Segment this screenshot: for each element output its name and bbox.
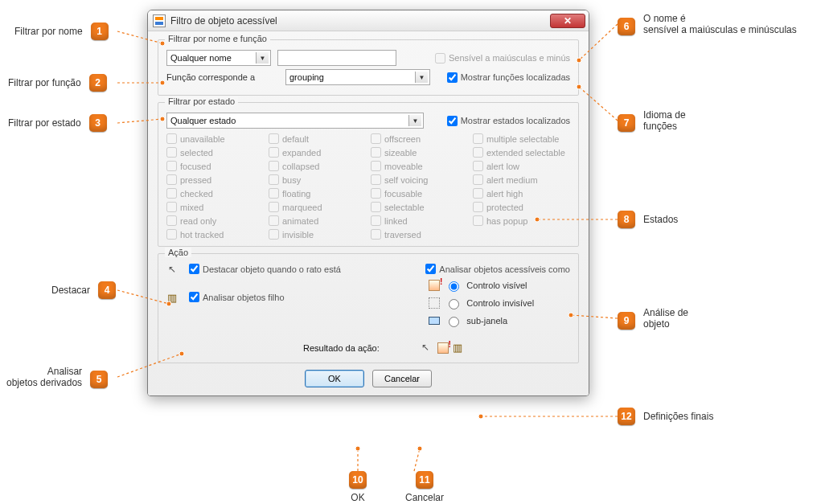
callout-3: Filtrar por estado3 [8,114,107,132]
state-checkbox[interactable]: sizeable [371,147,468,158]
state-label: invisible [282,230,314,240]
dialog: Filtro de objeto acessível ✕ Filtrar por… [147,10,589,396]
cursor-icon [166,264,181,277]
svg-point-11 [417,446,422,451]
state-label: busy [282,175,301,185]
state-label: unavailable [180,134,225,144]
visible-control-icon [429,280,440,291]
state-checkbox[interactable]: pressed [166,174,264,185]
state-checkbox[interactable]: traversed [371,229,468,240]
state-label: checked [180,189,213,199]
state-checkbox[interactable]: collapsed [269,161,366,171]
state-checkbox[interactable]: focused [166,161,264,171]
tree-icon [166,292,181,305]
app-icon [153,14,166,27]
dialog-content: Filtrar por nome e função Qualquer nome … [148,31,589,395]
state-label: read only [180,216,216,226]
cancel-button[interactable]: Cancelar [372,370,432,387]
state-checkbox[interactable]: alert high [473,188,570,199]
state-label: linked [384,216,408,226]
state-checkbox[interactable]: unavailable [166,133,264,144]
state-checkbox[interactable]: selected [166,147,264,158]
state-label: default [282,134,309,144]
state-label: selected [180,148,213,158]
analyze-as-checkbox[interactable]: Analisar objetos acessíveis como [425,264,570,274]
state-checkbox[interactable]: default [269,133,366,144]
state-checkbox[interactable]: alert medium [473,174,570,185]
result-icons [420,342,466,354]
state-checkbox[interactable]: protected [473,202,570,212]
function-dropdown[interactable]: grouping ▼ [285,69,430,85]
radio-sub-window[interactable]: sub-janela [429,314,570,327]
callout-1: Filtrar por nome1 [14,23,109,40]
show-localized-functions-checkbox[interactable]: Mostrar funções localizadas [447,72,570,83]
state-label: hot tracked [180,230,224,240]
state-checkbox[interactable]: multiple selectable [473,133,570,144]
callout-5: Analisar objetos derivados 5 [6,366,108,388]
chevron-down-icon: ▼ [256,52,269,64]
state-checkbox[interactable]: floating [269,188,366,199]
case-sensitive-label: Sensível a maiúsculas e minús [449,53,570,63]
state-label: alert medium [486,175,538,185]
state-checkbox[interactable]: expanded [269,147,366,158]
invisible-control-icon [429,297,440,309]
state-checkbox[interactable]: selectable [371,202,468,212]
state-label: selectable [384,203,425,212]
state-checkbox[interactable]: animated [269,215,366,226]
result-label: Resultado da ação: [303,343,380,353]
analyze-children-label: Analisar objetos filho [203,293,285,302]
dialog-title: Filtro de objeto acessível [170,15,550,27]
state-checkbox[interactable]: alert low [473,161,570,171]
name-input[interactable] [277,50,396,66]
state-label: marqueed [282,203,322,212]
group-action: Ação Destacar objeto quando o rato está … [158,253,579,363]
name-mode-dropdown[interactable]: Qualquer nome ▼ [166,50,271,66]
state-label: focusable [384,189,422,199]
state-checkbox[interactable]: marqueed [269,202,366,212]
radio-invisible-control[interactable]: Controlo invisível [429,297,570,309]
ok-button[interactable]: OK [305,370,364,387]
state-checkbox[interactable]: moveable [371,161,468,171]
case-sensitive-checkbox[interactable]: Sensível a maiúsculas e minús [435,53,570,64]
state-label: collapsed [282,162,319,171]
show-localized-states-checkbox[interactable]: Mostrar estados localizados [447,116,570,126]
cursor-icon [420,342,434,354]
state-checkbox[interactable]: extended selectable [473,147,570,158]
state-checkbox[interactable]: focusable [371,188,468,199]
svg-point-9 [478,414,483,419]
state-checkbox[interactable]: mixed [166,202,264,212]
state-checkbox[interactable]: busy [269,174,366,185]
callout-11: 11Cancelar [405,471,444,503]
close-button[interactable]: ✕ [550,14,585,28]
state-checkbox[interactable]: linked [371,215,468,226]
states-grid: unavailabledefaultoffscreenmultiple sele… [166,133,570,240]
state-checkbox[interactable]: invisible [269,229,366,240]
highlight-label: Destacar objeto quando o rato está [203,264,341,274]
state-checkbox[interactable]: read only [166,215,264,226]
analyze-as-label: Analisar objetos acessíveis como [439,264,570,274]
titlebar: Filtro de objeto acessível ✕ [148,10,589,31]
show-localized-states-label: Mostrar estados localizados [461,116,570,125]
state-label: animated [282,216,318,226]
group-state: Filtrar por estado Qualquer estado ▼ Mos… [158,102,579,247]
analyze-children-checkbox[interactable]: Analisar objetos filho [189,292,285,302]
state-label: sizeable [384,148,417,158]
state-checkbox[interactable]: checked [166,188,264,199]
state-checkbox[interactable]: has popup [473,215,570,226]
callout-7: 7 Idioma de funções [618,109,686,132]
radio-visible-control[interactable]: Controlo visível [429,279,570,292]
state-label: expanded [282,148,321,158]
state-label: traversed [384,230,421,240]
highlight-checkbox[interactable]: Destacar objeto quando o rato está [189,264,350,274]
group-state-title: Filtrar por estado [165,96,238,106]
callout-2: Filtrar por função2 [8,74,107,92]
analyze-radio-group: Controlo visível Controlo invisível sub-… [429,279,570,327]
state-label: offscreen [384,134,421,144]
state-mode-dropdown[interactable]: Qualquer estado ▼ [166,113,424,129]
tree-icon [452,342,466,354]
state-checkbox[interactable]: hot tracked [166,229,264,240]
state-checkbox[interactable]: self voicing [371,174,468,185]
state-label: multiple selectable [486,134,560,144]
callout-8: 8Estados [618,211,678,228]
state-checkbox[interactable]: offscreen [371,133,468,144]
